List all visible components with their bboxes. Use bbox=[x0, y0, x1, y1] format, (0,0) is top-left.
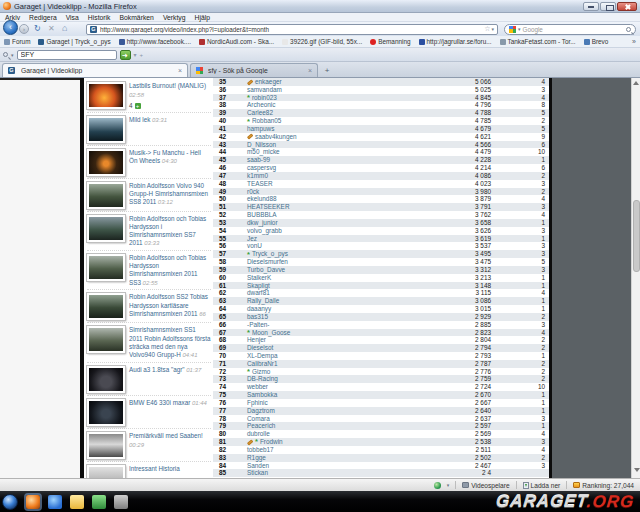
menu-item-bokmärken[interactable]: Bokmärken bbox=[119, 14, 153, 21]
username-link[interactable]: samvandam bbox=[247, 86, 282, 94]
bookmarks-overflow-chevron[interactable]: » bbox=[632, 38, 636, 45]
tab-close-icon[interactable]: × bbox=[308, 67, 312, 74]
username-link[interactable]: D_Nilsson bbox=[247, 141, 276, 149]
username-link[interactable]: m50_micke bbox=[247, 148, 280, 156]
username-link[interactable]: k1mm0 bbox=[247, 172, 268, 180]
back-button[interactable]: ‹ bbox=[3, 20, 18, 35]
menu-item-visa[interactable]: Visa bbox=[66, 14, 79, 21]
folder-taskbar-icon[interactable] bbox=[70, 495, 84, 509]
mediaplayer-taskbar-icon[interactable] bbox=[92, 495, 106, 509]
home-button[interactable]: ⌂ bbox=[62, 23, 67, 33]
extension-globe-icon[interactable] bbox=[434, 482, 441, 489]
username-link[interactable]: Dieselsmurfen bbox=[247, 258, 288, 266]
username-link[interactable]: Robban05 bbox=[252, 117, 282, 125]
bookmark-item[interactable]: Garaget | Tryck_o_pys bbox=[38, 38, 110, 45]
tab-inactive[interactable]: sfy - Sök på Google× bbox=[190, 63, 318, 77]
tab-close-icon[interactable]: × bbox=[178, 67, 182, 74]
forward-button[interactable]: › bbox=[19, 24, 29, 34]
video-title-link[interactable]: Audi a3 1.8tsa "agr" bbox=[129, 366, 185, 373]
username-link[interactable]: Dieselsot bbox=[247, 344, 273, 352]
username-link[interactable]: tobbeb17 bbox=[247, 446, 274, 454]
bookmark-item[interactable]: NordicAudi.com - Ska... bbox=[199, 38, 274, 45]
video-title-link[interactable]: Intressant Historia bbox=[129, 465, 180, 472]
username-link[interactable]: DB-Racing bbox=[247, 375, 278, 383]
close-button[interactable] bbox=[617, 2, 637, 11]
video-thumbnail[interactable] bbox=[87, 399, 125, 426]
bookmark-item[interactable]: 39226.gif (GIF-bild, 55x... bbox=[282, 38, 362, 45]
username-link[interactable]: BUBBBLA bbox=[247, 211, 276, 219]
stop-button[interactable]: ✕ bbox=[48, 24, 55, 33]
video-title-link[interactable]: Simrishamnsmixen SS1 2011 Robin Adolfsso… bbox=[129, 326, 210, 358]
bookmark-item[interactable]: Bemanning bbox=[370, 38, 410, 45]
username-link[interactable]: volvo_grabb bbox=[247, 227, 282, 235]
video-thumbnail[interactable] bbox=[87, 215, 125, 242]
username-link[interactable]: Turbo_Davve bbox=[247, 266, 285, 274]
username-link[interactable]: Stickan bbox=[247, 469, 268, 477]
address-bar[interactable]: G http://www.garaget.org/video/index.php… bbox=[86, 24, 498, 35]
username-link[interactable]: dwarf81 bbox=[247, 289, 270, 297]
username-link[interactable]: HEATSEEKER bbox=[247, 203, 290, 211]
video-title-link[interactable]: Robin Adolfsson och Tobias Hardysson i S… bbox=[129, 215, 206, 247]
username-link[interactable]: r0ck bbox=[247, 188, 259, 196]
username-link[interactable]: Tryck_o_pys bbox=[252, 250, 288, 258]
explorer-taskbar-icon[interactable] bbox=[48, 495, 62, 509]
engine-dropdown-icon[interactable]: ▾ bbox=[518, 26, 521, 32]
bookmark-item[interactable]: http://www.facebook.... bbox=[119, 38, 191, 45]
video-title-link[interactable]: Lastbils Burnout! (MANLIG) bbox=[129, 82, 206, 89]
search-icon[interactable] bbox=[626, 27, 631, 32]
video-thumbnail[interactable] bbox=[87, 326, 125, 353]
username-link[interactable]: StalkerK bbox=[247, 274, 271, 282]
username-link[interactable]: Moon_Goose bbox=[252, 329, 290, 337]
username-link[interactable]: ekelund88 bbox=[247, 195, 277, 203]
bookmark-item[interactable]: Forum bbox=[4, 38, 30, 45]
video-thumbnail[interactable] bbox=[87, 116, 125, 143]
username-link[interactable]: Frodwin bbox=[260, 438, 283, 446]
username-link[interactable]: CalibraNr1 bbox=[247, 360, 278, 368]
bookmark-star-icon[interactable]: ☆ bbox=[484, 25, 490, 33]
video-title-link[interactable]: Mild lek bbox=[129, 116, 150, 123]
bookmark-item[interactable]: TankaFetast.com - Tor... bbox=[500, 38, 576, 45]
video-title-link[interactable]: Premiärkväll med Saaben! bbox=[129, 432, 203, 439]
video-thumbnail[interactable] bbox=[87, 465, 125, 478]
new-tab-button[interactable]: + bbox=[320, 65, 334, 77]
username-link[interactable]: hampuws bbox=[247, 125, 274, 133]
username-link[interactable]: robin023 bbox=[252, 94, 277, 102]
menu-item-hjälp[interactable]: Hjälp bbox=[195, 14, 211, 21]
scroll-up-icon[interactable] bbox=[633, 81, 639, 85]
search-placeholder[interactable]: Google bbox=[523, 26, 626, 33]
username-link[interactable]: Jez bbox=[247, 235, 257, 243]
username-link[interactable]: XL-Dempa bbox=[247, 352, 278, 360]
username-link[interactable]: bas315 bbox=[247, 313, 268, 321]
username-link[interactable]: Comara bbox=[247, 415, 270, 423]
username-link[interactable]: dubrolle bbox=[247, 430, 270, 438]
urlbar-dropdown-icon[interactable]: ▾ bbox=[491, 26, 494, 32]
quick-search-icon[interactable] bbox=[3, 52, 8, 57]
status-item[interactable]: Rankning: 27,044 bbox=[573, 482, 634, 489]
scrollbar-thumb[interactable] bbox=[633, 200, 640, 272]
username-link[interactable]: saab-99 bbox=[247, 156, 270, 164]
username-link[interactable]: Gizmo_ bbox=[252, 368, 274, 376]
video-thumbnail[interactable] bbox=[87, 182, 125, 209]
video-thumbnail[interactable] bbox=[87, 432, 125, 459]
username-link[interactable]: dkw_junior bbox=[247, 219, 278, 227]
video-thumbnail[interactable] bbox=[87, 366, 125, 393]
menu-item-historik[interactable]: Historik bbox=[88, 14, 111, 21]
minimize-button[interactable] bbox=[583, 2, 599, 11]
video-thumbnail[interactable] bbox=[87, 293, 125, 320]
vertical-scrollbar[interactable] bbox=[631, 78, 640, 478]
username-link[interactable]: Archeonic bbox=[247, 101, 275, 109]
go-button[interactable]: ➜ bbox=[120, 50, 131, 60]
url-text[interactable]: http://www.garaget.org/video/index.php?l… bbox=[100, 26, 483, 33]
username-link[interactable]: TEASER bbox=[247, 180, 273, 188]
maximize-button[interactable] bbox=[600, 2, 616, 11]
username-link[interactable]: Carlee82 bbox=[247, 109, 273, 117]
video-thumbnail[interactable] bbox=[87, 82, 125, 109]
quick-search-input[interactable] bbox=[17, 50, 117, 60]
video-title-link[interactable]: BMW E46 330i maxar bbox=[129, 399, 190, 406]
username-link[interactable]: Henjer bbox=[247, 336, 266, 344]
start-button[interactable] bbox=[2, 494, 18, 510]
bookmark-item[interactable]: Brevo bbox=[584, 38, 609, 45]
firefox-taskbar-icon[interactable] bbox=[26, 495, 40, 509]
google-engine-icon[interactable] bbox=[509, 26, 516, 33]
username-link[interactable]: Rally_Dalle bbox=[247, 297, 279, 305]
